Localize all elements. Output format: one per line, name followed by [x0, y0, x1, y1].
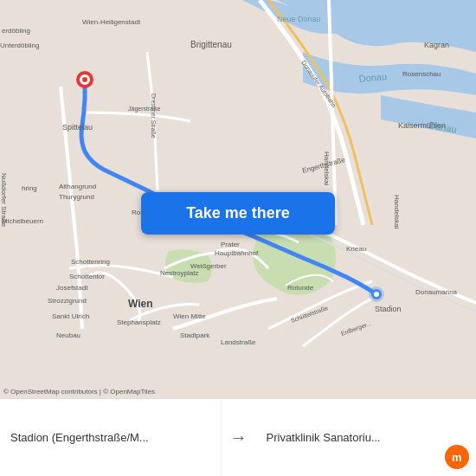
svg-text:Wien: Wien: [128, 298, 153, 310]
svg-text:Michelbeuern: Michelbeuern: [2, 217, 43, 225]
svg-text:Neue Donau: Neue Donau: [277, 15, 321, 23]
svg-text:Rosenschau: Rosenschau: [402, 70, 441, 78]
from-section: Stadion (Engerthstraße/M...: [0, 399, 222, 476]
svg-text:m: m: [452, 451, 462, 464]
svg-text:Schottentor: Schottentor: [69, 273, 105, 280]
svg-text:Wien Mitte: Wien Mitte: [173, 312, 206, 320]
svg-text:Prater: Prater: [221, 241, 240, 248]
svg-text:Nestroyplatz: Nestroyplatz: [160, 269, 198, 277]
svg-text:Neubau: Neubau: [56, 331, 80, 339]
svg-text:Kaisermühlen: Kaisermühlen: [398, 121, 446, 130]
moovit-logo: m: [445, 445, 469, 469]
svg-text:Wien-Heiligenstadt: Wien-Heiligenstadt: [82, 18, 141, 26]
svg-text:Donau­marina: Donau­marina: [415, 288, 458, 296]
svg-text:Hauptbahnhof: Hauptbahnhof: [215, 249, 259, 257]
svg-text:Stephansplatz: Stephansplatz: [117, 318, 161, 326]
svg-text:erdöbling: erdöbling: [2, 27, 30, 35]
app: Brigittenau Neue Donau Donau Donau Kagra…: [0, 0, 476, 476]
svg-text:Josefstadt: Josefstadt: [56, 284, 88, 292]
svg-text:Krieau: Krieau: [346, 245, 366, 253]
moovit-icon: m: [445, 445, 469, 469]
svg-text:Sankt Ulrich: Sankt Ulrich: [52, 312, 89, 320]
svg-text:Spittelau: Spittelau: [62, 123, 93, 132]
svg-text:Thurygrund: Thurygrund: [59, 193, 94, 201]
bottom-bar: Stadion (Engerthstraße/M... → Privatklin…: [0, 398, 476, 476]
svg-text:hring: hring: [22, 184, 37, 192]
map-container: Brigittenau Neue Donau Donau Donau Kagra…: [0, 0, 476, 398]
svg-text:Brigittenau: Brigittenau: [190, 40, 232, 49]
svg-text:Schottenring: Schottenring: [71, 258, 110, 266]
svg-text:Unterdöbling: Unterdöbling: [0, 42, 39, 49]
arrow-container: →: [222, 428, 256, 447]
svg-text:Kagran: Kagran: [424, 41, 449, 49]
svg-text:Handelskai: Handelskai: [393, 195, 401, 229]
to-section: Privatklinik Sanatoriu...: [256, 399, 477, 476]
svg-text:Stadtpark: Stadtpark: [180, 331, 210, 339]
svg-text:© OpenStreetMap contributors |: © OpenStreetMap contributors | © OpenMap…: [3, 388, 155, 396]
svg-text:Landstraße: Landstraße: [221, 338, 256, 346]
svg-text:Dresdner Straße: Dresdner Straße: [151, 93, 157, 138]
svg-text:Althangrund: Althangrund: [59, 183, 96, 190]
svg-point-50: [82, 77, 87, 82]
arrow-icon: →: [230, 428, 248, 447]
svg-point-53: [374, 292, 379, 297]
from-label: Stadion (Engerthstraße/M...: [10, 431, 210, 444]
svg-text:Strozzigrund: Strozzigrund: [48, 297, 87, 305]
take-me-there-button[interactable]: Take me there: [141, 192, 335, 235]
svg-text:Rotunde: Rotunde: [287, 284, 314, 292]
to-label: Privatklinik Sanatoriu...: [267, 431, 466, 444]
svg-text:Jägerstraße: Jägerstraße: [128, 106, 160, 113]
svg-text:Stadion: Stadion: [375, 305, 402, 313]
